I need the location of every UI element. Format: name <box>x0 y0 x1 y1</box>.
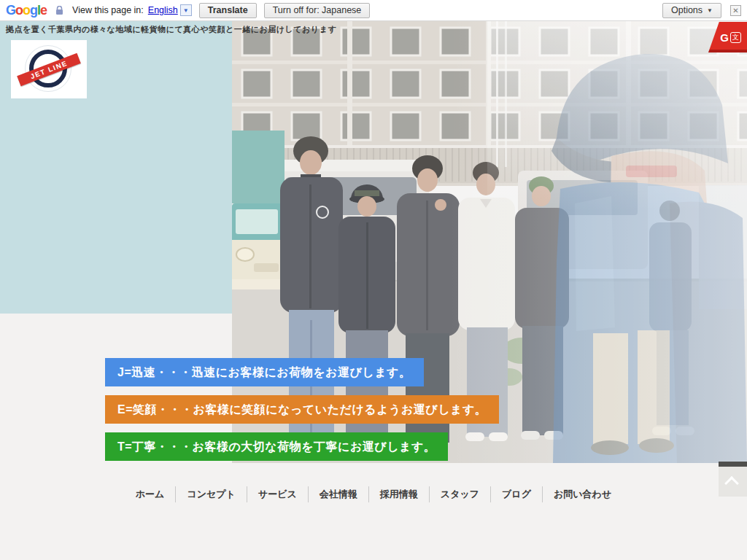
nav-item-concept[interactable]: コンセプト <box>175 486 247 502</box>
scroll-top-body <box>719 467 747 497</box>
language-dropdown-button[interactable]: ▼ <box>180 4 192 16</box>
chevron-up-icon <box>724 476 739 491</box>
site-tagline: 拠点を置く千葉県内の様々な地域に軽貨物にて真心や笑顔と一緒にお届けしております <box>6 24 336 35</box>
google-logo-letter: o <box>15 3 23 18</box>
nav-item-company[interactable]: 会社情報 <box>308 486 368 502</box>
scroll-top-bar <box>719 462 747 467</box>
site-logo[interactable]: JET LINE <box>11 40 87 98</box>
nav-item-staff[interactable]: スタッフ <box>429 486 490 502</box>
translate-button[interactable]: Translate <box>199 3 257 18</box>
close-translate-bar-button[interactable]: ✕ <box>730 5 741 16</box>
nav-item-blog[interactable]: ブログ <box>490 486 542 502</box>
nav-item-service[interactable]: サービス <box>247 486 308 502</box>
options-button[interactable]: Options ▼ <box>662 3 721 18</box>
main-navigation: ホーム コンセプト サービス 会社情報 採用情報 スタッフ ブログ お問い合わせ <box>0 483 747 506</box>
lock-icon <box>55 6 63 15</box>
nav-item-recruit[interactable]: 採用情報 <box>368 486 429 502</box>
banner-care: T=丁寧・・・お客様の大切な荷物を丁寧にお運びします。 <box>105 432 448 461</box>
translate-icon: 文 <box>730 32 741 43</box>
google-logo: Google <box>6 3 47 18</box>
translate-badge-g: G <box>720 31 729 44</box>
language-link[interactable]: English <box>148 5 178 15</box>
scroll-to-top-button[interactable] <box>719 462 747 497</box>
banner-speed: J=迅速・・・迅速にお客様にお荷物をお運びします。 <box>105 358 424 386</box>
options-label: Options <box>671 5 703 15</box>
turn-off-button[interactable]: Turn off for: Japanese <box>264 3 371 18</box>
chevron-down-icon: ▼ <box>707 7 713 14</box>
google-logo-letter: o <box>23 3 30 18</box>
jetline-logo-mark: JET LINE <box>23 43 75 96</box>
nav-item-contact[interactable]: お問い合わせ <box>542 486 622 502</box>
page: Google View this page in: English ▼ Tran… <box>0 0 747 560</box>
google-logo-letter: G <box>6 3 15 18</box>
google-logo-letter: e <box>40 3 47 18</box>
banner-smile: E=笑顔・・・お客様に笑顔になっていただけるようお運びします。 <box>105 395 499 424</box>
view-page-label: View this page in: <box>72 5 144 15</box>
nav-item-home[interactable]: ホーム <box>125 486 176 502</box>
google-logo-letter: g <box>30 3 37 18</box>
google-translate-bar: Google View this page in: English ▼ Tran… <box>0 0 747 21</box>
